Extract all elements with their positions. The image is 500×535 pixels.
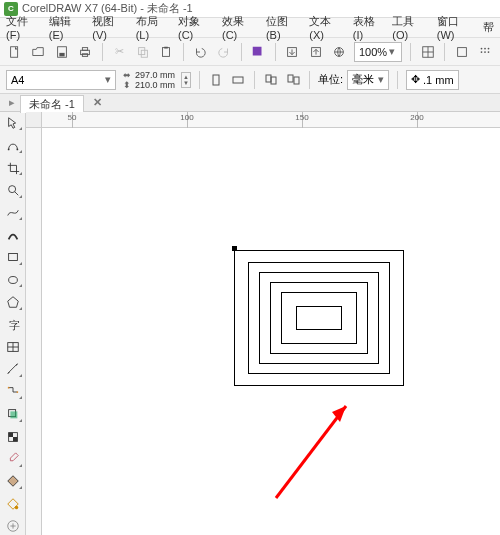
svg-point-43 [16, 391, 18, 393]
zoom-tool-icon[interactable] [3, 181, 23, 198]
cut-icon[interactable]: ✂ [111, 42, 128, 62]
options-icon[interactable] [453, 42, 470, 62]
undo-icon[interactable] [192, 42, 209, 62]
dimension-spinner[interactable]: ▲▼ [181, 72, 191, 88]
publish-icon[interactable] [331, 42, 348, 62]
crop-tool-icon[interactable] [3, 159, 23, 176]
new-file-icon[interactable] [6, 42, 23, 62]
page-width[interactable]: 297.0 mm [135, 70, 175, 80]
ruler-origin[interactable] [26, 112, 42, 128]
app-launcher-icon[interactable] [477, 42, 494, 62]
vertical-ruler[interactable] [26, 128, 42, 535]
svg-point-19 [485, 47, 487, 49]
menu-effects[interactable]: 效果(C) [222, 14, 256, 41]
svg-point-21 [481, 51, 483, 53]
units-group: 单位: 毫米 ▾ [318, 70, 389, 90]
svg-point-20 [488, 47, 490, 49]
connector-tool-icon[interactable] [3, 383, 23, 400]
current-page-icon[interactable] [285, 72, 301, 88]
chevron-down-icon: ▾ [105, 73, 111, 86]
redo-icon[interactable] [215, 42, 232, 62]
eyedropper-tool-icon[interactable] [3, 450, 23, 467]
svg-rect-4 [82, 47, 87, 50]
tab-arrow-icon[interactable]: ▸ [4, 95, 20, 111]
menu-tools[interactable]: 工具(O) [392, 14, 427, 41]
ellipse-tool-icon[interactable] [3, 271, 23, 288]
add-tab-button[interactable]: ✕ [90, 96, 106, 109]
menu-text[interactable]: 文本(X) [309, 14, 342, 41]
svg-line-51 [276, 406, 346, 498]
width-icon: ⬌ [122, 70, 132, 80]
svg-point-49 [14, 506, 18, 510]
units-label: 单位: [318, 72, 343, 87]
menu-file[interactable]: 文件(F) [6, 14, 39, 41]
landscape-icon[interactable] [230, 72, 246, 88]
transparency-tool-icon[interactable] [3, 428, 23, 445]
menu-table[interactable]: 表格(I) [353, 14, 383, 41]
open-file-icon[interactable] [29, 42, 46, 62]
artistic-media-tool-icon[interactable] [3, 226, 23, 243]
save-icon[interactable] [53, 42, 70, 62]
horizontal-ruler[interactable]: 50 100 150 200 [42, 112, 500, 128]
portrait-icon[interactable] [208, 72, 224, 88]
drop-shadow-tool-icon[interactable] [3, 405, 23, 422]
import-icon[interactable] [284, 42, 301, 62]
export-icon[interactable] [307, 42, 324, 62]
menu-view[interactable]: 视图(V) [92, 14, 125, 41]
chevron-down-icon: ▾ [378, 73, 384, 86]
property-toolbar: A4 ▾ ⬌297.0 mm ⬍210.0 mm ▲▼ 单位: 毫米 ▾ ✥ .… [0, 66, 500, 94]
smart-fill-tool-icon[interactable] [3, 495, 23, 512]
polygon-tool-icon[interactable] [3, 293, 23, 310]
menu-edit[interactable]: 编辑(E) [49, 14, 82, 41]
print-icon[interactable] [76, 42, 93, 62]
table-tool-icon[interactable] [3, 338, 23, 355]
document-tab[interactable]: 未命名 -1 [20, 95, 84, 113]
svg-point-30 [7, 149, 9, 151]
svg-line-41 [7, 364, 17, 374]
all-pages-icon[interactable] [263, 72, 279, 88]
copy-icon[interactable] [134, 42, 151, 62]
shape-tool-icon[interactable] [3, 136, 23, 153]
dimension-tool-icon[interactable] [3, 361, 23, 378]
text-tool-icon[interactable]: 字 [3, 316, 23, 333]
svg-rect-8 [163, 47, 170, 56]
svg-rect-26 [266, 75, 271, 82]
units-select[interactable]: 毫米 ▾ [347, 70, 389, 90]
svg-point-31 [16, 149, 18, 151]
canvas[interactable]: 50 100 150 200 [26, 112, 500, 535]
standard-toolbar: ✂ 100% ▾ [0, 38, 500, 66]
drawing-page[interactable] [66, 128, 500, 535]
freehand-tool-icon[interactable] [3, 204, 23, 221]
page-size-select[interactable]: A4 ▾ [6, 70, 116, 90]
menu-help[interactable]: 帮 [483, 20, 494, 35]
menu-window[interactable]: 窗口(W) [437, 14, 473, 41]
svg-rect-10 [253, 46, 262, 55]
fill-tool-icon[interactable] [3, 473, 23, 490]
page-dimensions: ⬌297.0 mm ⬍210.0 mm [122, 70, 175, 90]
page-height[interactable]: 210.0 mm [135, 80, 175, 90]
nested-rectangles-object[interactable] [234, 250, 406, 388]
menu-layout[interactable]: 布局(L) [136, 14, 168, 41]
svg-rect-2 [59, 52, 64, 56]
svg-line-33 [14, 192, 18, 196]
search-icon[interactable] [249, 42, 266, 62]
svg-rect-28 [288, 75, 293, 82]
svg-rect-27 [271, 77, 276, 84]
paste-icon[interactable] [157, 42, 174, 62]
rectangle-tool-icon[interactable] [3, 249, 23, 266]
expand-toolbox-icon[interactable] [3, 518, 23, 535]
svg-point-18 [481, 47, 483, 49]
svg-marker-36 [7, 297, 18, 308]
nudge-distance[interactable]: ✥ .1 mm [406, 70, 459, 90]
zoom-level-select[interactable]: 100% ▾ [354, 42, 402, 62]
nudge-icon: ✥ [411, 73, 420, 86]
page-size-value: A4 [11, 74, 24, 86]
svg-point-42 [7, 387, 9, 389]
svg-rect-17 [458, 47, 467, 56]
menu-bitmap[interactable]: 位图(B) [266, 14, 299, 41]
menu-object[interactable]: 对象(C) [178, 14, 212, 41]
snap-icon[interactable] [419, 42, 436, 62]
svg-rect-45 [10, 412, 17, 419]
pick-tool-icon[interactable] [3, 114, 23, 131]
svg-rect-34 [8, 254, 17, 261]
